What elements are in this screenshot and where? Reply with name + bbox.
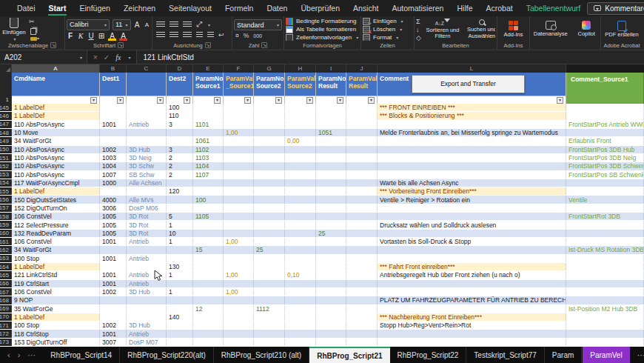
column-letter-I[interactable]: I	[316, 64, 346, 73]
column-header-i[interactable]: ParamNo_ Result▾	[316, 73, 346, 104]
cell-g[interactable]	[254, 146, 285, 153]
align-center-icon[interactable]	[170, 32, 178, 39]
cell-e[interactable]	[193, 313, 224, 321]
cell-a[interactable]: 119 CtrlStart	[12, 280, 100, 287]
cell-c[interactable]: DosP M06	[127, 204, 167, 212]
cell-e[interactable]	[193, 230, 224, 237]
cell-h[interactable]	[285, 339, 316, 346]
cell-a[interactable]: 118 CtrlStop	[12, 330, 100, 337]
cell-c[interactable]: 3D Hub	[127, 146, 167, 153]
cell-j[interactable]	[346, 154, 378, 161]
cell-g[interactable]	[254, 330, 285, 337]
cell-i[interactable]	[316, 322, 346, 329]
cell-comment[interactable]	[378, 171, 566, 179]
cell-e[interactable]: 15	[193, 246, 224, 253]
cell-a[interactable]: 1 LabelDef	[12, 187, 100, 195]
cell-cs[interactable]	[566, 255, 644, 262]
cell-j[interactable]	[346, 263, 378, 270]
cell-j[interactable]	[346, 271, 378, 279]
column-letter-H[interactable]: H	[285, 64, 316, 73]
cell-i[interactable]	[316, 246, 346, 253]
sort-filter-button[interactable]: A↓Z Sortieren und Filtern	[425, 19, 460, 40]
row-number[interactable]: 160	[0, 230, 12, 237]
cell-comment[interactable]	[378, 121, 566, 128]
fx-icon[interactable]: fx	[115, 53, 121, 61]
cell-f[interactable]	[224, 154, 254, 161]
cell-comment[interactable]: *** Vorbereitung Front Einreiben***	[378, 187, 566, 195]
cancel-icon[interactable]: ×	[93, 53, 98, 61]
align-top-icon[interactable]	[156, 21, 165, 28]
cell-f[interactable]	[224, 330, 254, 337]
cell-a[interactable]: 35 WaitForGe	[12, 305, 100, 313]
cell-c[interactable]	[127, 129, 167, 136]
cell-a[interactable]: 34 WaitForGt	[12, 137, 100, 144]
cell-b[interactable]: 3007	[100, 339, 127, 346]
column-letter-F[interactable]: F	[224, 64, 254, 73]
grow-font-button[interactable]: A	[134, 21, 141, 29]
font-name-select[interactable]: Calibri▾	[67, 19, 110, 30]
cell-g[interactable]	[254, 280, 285, 287]
filter-dropdown-icon[interactable]: ▾	[117, 97, 124, 104]
cell-c[interactable]	[127, 313, 167, 321]
thousands-format-button[interactable]: 000	[253, 33, 262, 39]
dialog-launcher-icon[interactable]: ↘	[261, 42, 267, 48]
column-header-g[interactable]: ParamNo_ Source2▾	[254, 73, 285, 104]
cell-f[interactable]	[224, 263, 254, 270]
cell-comment[interactable]: PLATZ UM FAHRZEUGPARAMETER FÜR ANTRIEB Z…	[378, 296, 566, 304]
cell-comment[interactable]: Stopp Hub>Reg>Vent>Rein>Rot	[378, 322, 566, 329]
cell-d[interactable]	[167, 196, 193, 203]
find-select-button[interactable]: Suchen und Auswählen	[464, 19, 495, 39]
cell-e[interactable]	[193, 129, 224, 136]
cell-cs[interactable]	[566, 263, 644, 270]
cell-d[interactable]	[167, 246, 193, 253]
cell-b[interactable]	[100, 104, 127, 111]
cell-d[interactable]: 140	[167, 313, 193, 321]
cell-b[interactable]	[100, 137, 127, 144]
cell-h[interactable]	[285, 129, 316, 136]
cell-comment[interactable]: Drucksatz wählen und Solldruck auslesen	[378, 221, 566, 228]
cell-d[interactable]: 1	[167, 271, 193, 279]
cell-e[interactable]	[193, 221, 224, 228]
menu-tab-tabellenentwurf[interactable]: Tabellenentwurf	[520, 0, 588, 16]
cell-j[interactable]	[346, 221, 378, 228]
column-header-c[interactable]: ▾	[127, 73, 167, 104]
cell-f[interactable]	[224, 196, 254, 203]
filter-dropdown-icon[interactable]: ▾	[337, 97, 343, 104]
cell-d[interactable]	[167, 322, 193, 329]
cell-f[interactable]	[224, 137, 254, 144]
cell-h[interactable]	[285, 230, 316, 237]
cell-e[interactable]	[193, 330, 224, 337]
cell-j[interactable]	[346, 187, 378, 195]
cell-j[interactable]	[346, 204, 378, 212]
menu-tab-formeln[interactable]: Formeln	[218, 0, 261, 16]
cell-b[interactable]: 1000	[100, 179, 127, 187]
column-letter-G[interactable]: G	[254, 64, 285, 73]
cell-a[interactable]: 9 NOP	[12, 296, 100, 304]
column-header-a[interactable]: CmdName▾	[12, 73, 100, 104]
bold-button[interactable]: F	[67, 32, 74, 40]
cell-cs[interactable]	[566, 221, 644, 228]
clear-button[interactable]: ◇	[416, 34, 421, 41]
cell-j[interactable]	[346, 296, 378, 304]
cell-e[interactable]	[193, 322, 224, 329]
sheet-tab-rhbprog-script220-alt-[interactable]: RhBProg_Script220(alt)	[120, 347, 214, 363]
cell-g[interactable]	[254, 322, 285, 329]
cell-h[interactable]	[285, 255, 316, 262]
row-number[interactable]: 159	[0, 221, 12, 228]
cell-i[interactable]	[316, 255, 346, 262]
column-letter-A[interactable]: A	[12, 64, 100, 73]
cell-b[interactable]: 1005	[100, 213, 127, 220]
cell-d[interactable]: 5	[167, 213, 193, 220]
cell-cs[interactable]	[566, 322, 644, 329]
cell-i[interactable]	[316, 221, 346, 228]
cell-j[interactable]	[346, 313, 378, 321]
column-header-d[interactable]: Dest2▾	[167, 73, 193, 104]
cell-j[interactable]	[346, 146, 378, 153]
cell-g[interactable]	[254, 179, 285, 187]
cell-cs[interactable]: Ist-Position M2 Hub 3DB	[566, 305, 644, 313]
cell-a[interactable]: 110 AbsPosAsync	[12, 162, 100, 170]
cell-j[interactable]	[346, 213, 378, 220]
row-number[interactable]: 150	[0, 146, 12, 153]
cell-b[interactable]: 1004	[100, 162, 127, 170]
cell-cs[interactable]	[566, 313, 644, 321]
